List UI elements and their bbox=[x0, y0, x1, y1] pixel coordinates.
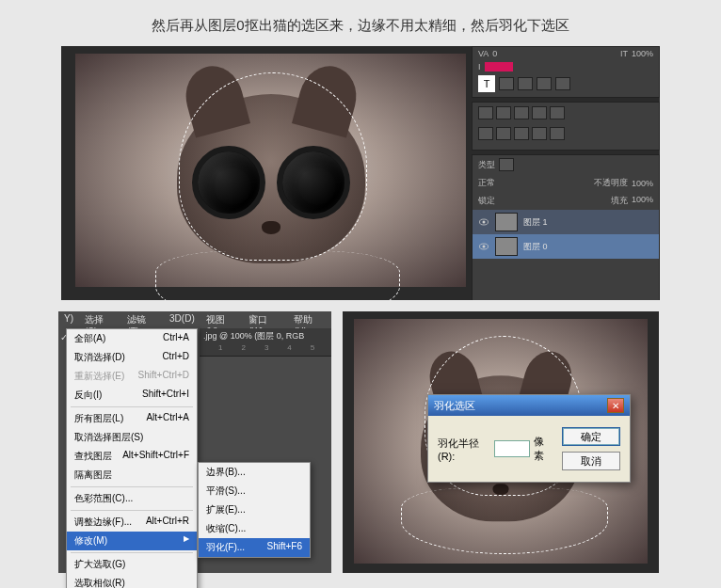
layer-name[interactable]: 图层 0 bbox=[523, 241, 548, 253]
color-swatch[interactable] bbox=[485, 62, 513, 72]
type-style-icon[interactable] bbox=[537, 77, 552, 90]
instruction-text: 然后再从图层0抠出猫的选区来，边缘不用太精细，然后羽化下选区 bbox=[0, 0, 721, 46]
adjust-icon[interactable] bbox=[514, 127, 529, 140]
menu-separator bbox=[71, 510, 193, 511]
eye-icon[interactable] bbox=[478, 241, 489, 252]
adjust-icon[interactable] bbox=[550, 106, 565, 119]
modify-submenu: 边界(B)... 平滑(S)... 扩展(E)... 收缩(C)... 羽化(F… bbox=[198, 462, 311, 558]
right-panels: VA 0 IT 100% I T bbox=[472, 46, 660, 300]
menu-bar: Y) 选择(S) 滤镜(T) 3D(D) 视图(V) 窗口(W) 帮助(H) bbox=[58, 311, 331, 328]
radius-input[interactable] bbox=[494, 440, 530, 457]
opacity-label: 不透明度 bbox=[594, 177, 628, 189]
close-icon[interactable]: ✕ bbox=[607, 398, 624, 413]
radius-label: 羽化半径(R): bbox=[438, 437, 490, 462]
ok-button[interactable]: 确定 bbox=[562, 427, 620, 446]
size-label: IT bbox=[620, 49, 628, 58]
char-value: 0 bbox=[492, 49, 497, 58]
menu-item-inverse[interactable]: 反向(I)Shift+Ctrl+I bbox=[67, 386, 197, 405]
top-screenshot: VA 0 IT 100% I T bbox=[61, 46, 660, 300]
dialog-screenshot: 羽化选区 ✕ 羽化半径(R): 像素 确定 取消 bbox=[343, 311, 659, 573]
kind-label: 类型 bbox=[478, 159, 495, 171]
menu-item-reselect: 重新选择(E)Shift+Ctrl+D bbox=[67, 367, 197, 386]
layer-row[interactable]: 图层 0 bbox=[473, 234, 659, 259]
dialog-titlebar[interactable]: 羽化选区 ✕ bbox=[428, 395, 630, 416]
menu-item-modify[interactable]: 修改(M)▶ bbox=[67, 532, 197, 550]
svg-point-3 bbox=[483, 246, 486, 248]
menu-item-all[interactable]: 全部(A)Ctrl+A bbox=[67, 329, 197, 348]
size-value: 100% bbox=[632, 49, 653, 58]
submenu-arrow-icon: ▶ bbox=[184, 534, 189, 548]
menu-bar-item[interactable]: 选择(S) bbox=[79, 311, 121, 328]
type-preview: T bbox=[478, 75, 495, 92]
menu-item-deselect-layers[interactable]: 取消选择图层(S) bbox=[67, 428, 197, 447]
menu-item-isolate[interactable]: 隔离图层 bbox=[67, 466, 197, 485]
cancel-button[interactable]: 取消 bbox=[562, 452, 620, 470]
submenu-item-border[interactable]: 边界(B)... bbox=[199, 463, 310, 482]
eye-icon[interactable] bbox=[478, 216, 489, 228]
opacity-value[interactable]: 100% bbox=[632, 179, 653, 188]
adjust-icon[interactable] bbox=[496, 127, 511, 140]
type-style-icon[interactable] bbox=[555, 77, 570, 90]
menu-item-deselect[interactable]: 取消选择(D)Ctrl+D bbox=[67, 348, 197, 367]
menu-item-find-layers[interactable]: 查找图层Alt+Shift+Ctrl+F bbox=[67, 447, 197, 466]
ruler: 12345 bbox=[200, 343, 331, 357]
submenu-item-smooth[interactable]: 平滑(S)... bbox=[199, 482, 310, 501]
color-label: I bbox=[478, 62, 481, 72]
adjust-icon[interactable] bbox=[478, 127, 493, 140]
adjust-icon[interactable] bbox=[496, 106, 511, 119]
cat-image bbox=[177, 94, 365, 263]
menu-bar-item[interactable]: 视图(V) bbox=[200, 311, 243, 328]
feather-dialog: 羽化选区 ✕ 羽化半径(R): 像素 确定 取消 bbox=[427, 394, 631, 483]
menu-bar-item[interactable]: 窗口(W) bbox=[243, 311, 288, 328]
menu-separator bbox=[71, 406, 193, 407]
character-panel[interactable]: VA 0 IT 100% I T bbox=[472, 46, 660, 98]
type-style-icon[interactable] bbox=[499, 77, 514, 90]
fill-value[interactable]: 100% bbox=[632, 195, 653, 207]
menu-item-refine-edge[interactable]: 调整边缘(F)...Alt+Ctrl+R bbox=[67, 513, 197, 532]
adjust-icon[interactable] bbox=[532, 127, 547, 140]
menu-item-color-range[interactable]: 色彩范围(C)... bbox=[67, 489, 197, 508]
submenu-item-contract[interactable]: 收缩(C)... bbox=[199, 519, 310, 538]
adjustments-panel[interactable] bbox=[472, 102, 660, 151]
menu-bar-item[interactable]: 滤镜(T) bbox=[121, 311, 164, 328]
menu-bar-item[interactable]: 3D(D) bbox=[164, 311, 200, 328]
menu-separator bbox=[71, 552, 193, 553]
layer-thumb bbox=[495, 213, 518, 231]
menu-item-similar[interactable]: 选取相似(R) bbox=[67, 574, 197, 588]
type-style-icon[interactable] bbox=[518, 77, 533, 90]
submenu-item-feather[interactable]: 羽化(F)...Shift+F6 bbox=[199, 538, 310, 557]
svg-point-1 bbox=[483, 221, 486, 224]
layers-panel[interactable]: 类型 正常 不透明度 100% 锁定 填充 100% 图层 1 图层 bbox=[472, 154, 660, 300]
canvas-area[interactable] bbox=[75, 54, 466, 287]
document-tab[interactable]: .jpg @ 100% (图层 0, RGB bbox=[200, 328, 331, 344]
adjust-icon[interactable] bbox=[514, 106, 529, 119]
adjust-icon[interactable] bbox=[532, 106, 547, 119]
select-menu-dropdown: 全部(A)Ctrl+A 取消选择(D)Ctrl+D 重新选择(E)Shift+C… bbox=[66, 328, 198, 588]
blend-mode[interactable]: 正常 bbox=[478, 177, 495, 189]
dialog-title: 羽化选区 bbox=[434, 399, 475, 413]
menu-screenshot: Y) 选择(S) 滤镜(T) 3D(D) 视图(V) 窗口(W) 帮助(H) ✓… bbox=[58, 311, 331, 573]
menu-item-grow[interactable]: 扩大选取(G) bbox=[67, 555, 197, 574]
submenu-item-expand[interactable]: 扩展(E)... bbox=[199, 501, 310, 519]
adjust-icon[interactable] bbox=[550, 127, 565, 140]
adjust-icon[interactable] bbox=[478, 106, 493, 119]
fill-label: 填充 bbox=[611, 195, 628, 207]
menu-bar-item[interactable]: 帮助(H) bbox=[288, 311, 331, 328]
layer-thumb bbox=[495, 237, 518, 256]
menu-item-all-layers[interactable]: 所有图层(L)Alt+Ctrl+A bbox=[67, 409, 197, 428]
menu-bar-item[interactable]: Y) bbox=[58, 311, 79, 328]
lock-label: 锁定 bbox=[478, 195, 495, 207]
menu-separator bbox=[71, 486, 193, 487]
layer-name[interactable]: 图层 1 bbox=[523, 216, 548, 229]
layer-row[interactable]: 图层 1 bbox=[473, 210, 659, 234]
filter-icon[interactable] bbox=[499, 158, 514, 171]
char-label: VA bbox=[478, 49, 489, 58]
unit-label: 像素 bbox=[534, 435, 553, 463]
